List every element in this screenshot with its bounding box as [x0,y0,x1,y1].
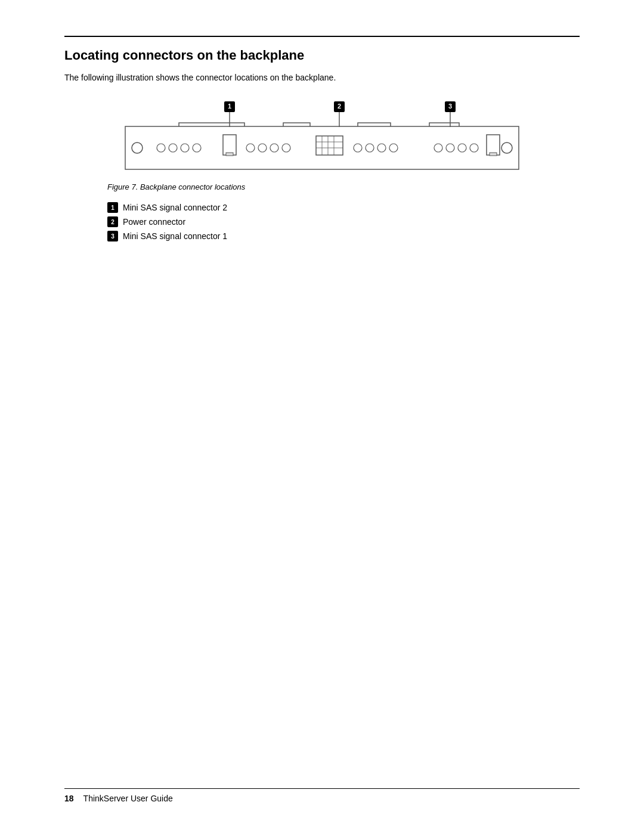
page-number: 18 [64,794,74,803]
svg-rect-21 [226,153,233,156]
legend-label-3: Mini SAS signal connector 1 [123,231,227,241]
svg-point-33 [446,144,454,152]
svg-rect-26 [316,136,343,155]
svg-rect-36 [487,135,500,155]
svg-point-15 [193,144,201,152]
svg-text:2: 2 [338,103,341,110]
top-rule [64,36,580,37]
legend-label-2: Power connector [123,217,185,227]
svg-point-19 [282,144,290,152]
legend-badge-1: 1 [107,202,118,213]
svg-point-11 [501,143,512,153]
legend-label-1: Mini SAS signal connector 2 [123,203,227,212]
svg-rect-20 [223,135,236,155]
section-title: Locating connectors on the backplane [64,48,580,63]
svg-text:3: 3 [448,103,452,110]
svg-point-32 [434,144,442,152]
legend-badge-2: 2 [107,216,118,227]
page: Locating connectors on the backplane The… [0,0,644,833]
svg-point-16 [246,144,255,152]
svg-point-18 [270,144,278,152]
legend-item-2: 2 Power connector [107,216,537,227]
svg-text:1: 1 [228,103,231,110]
svg-point-25 [389,144,398,152]
footer-text: ThinkServer User Guide [83,794,173,803]
backplane-diagram: 1 2 3 [107,100,537,178]
legend-badge-3: 3 [107,231,118,241]
svg-point-35 [470,144,478,152]
legend-list: 1 Mini SAS signal connector 2 2 Power co… [107,202,537,241]
svg-point-14 [181,144,189,152]
svg-point-13 [169,144,177,152]
legend-item-3: 3 Mini SAS signal connector 1 [107,231,537,241]
svg-point-10 [132,143,143,153]
svg-point-17 [258,144,267,152]
svg-point-24 [377,144,386,152]
svg-point-12 [157,144,165,152]
svg-point-22 [354,144,362,152]
svg-point-23 [366,144,374,152]
diagram-area: 1 2 3 [107,100,537,241]
figure-caption: Figure 7. Backplane connector locations [107,182,537,191]
page-footer: 18 ThinkServer User Guide [64,788,580,803]
intro-text: The following illustration shows the con… [64,73,580,82]
svg-point-34 [458,144,466,152]
svg-rect-37 [490,153,497,156]
legend-item-1: 1 Mini SAS signal connector 2 [107,202,537,213]
